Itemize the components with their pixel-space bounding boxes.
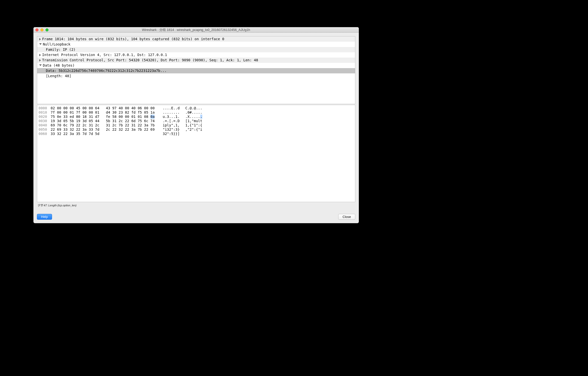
spacer-icon [39, 70, 45, 72]
hex-ascii-right: 1,{"1":{ [185, 123, 202, 127]
hex-bytes-left: 22 69 33 32 22 3a 33 7d [51, 127, 106, 132]
zoom-window-icon[interactable] [45, 28, 48, 31]
hex-bytes-left: 33 32 22 3a 35 7d 7d 5d [51, 132, 106, 136]
hex-line[interactable]: 000002 00 00 00 45 00 00 6443 97 40 00 4… [39, 106, 354, 110]
hex-line[interactable]: 002075 0e 33 ed 80 18 31 d7fe 58 00 00 0… [39, 115, 354, 119]
hex-line[interactable]: 00107f 00 00 01 7f 00 00 01d4 30 23 82 f… [39, 110, 354, 115]
hex-offset: 0000 [39, 106, 51, 110]
hex-bytes-left: 7f 00 00 01 7f 00 00 01 [51, 110, 106, 115]
hex-bytes-left: 19 3d 05 5b 19 3d 05 44 [51, 119, 106, 123]
hex-bytes-right: 31 2c 7b 22 31 22 3a 7b [106, 123, 163, 127]
hex-ascii-left: .=.[.=.D [163, 119, 185, 123]
hex-ascii-left: "i32":3} [163, 127, 185, 132]
hex-bytes-right: fe 58 00 00 01 01 08 0a [106, 115, 163, 119]
highlighted-ascii: . [200, 115, 202, 119]
hex-line[interactable]: 006033 32 22 3a 35 7d 7d 5d32":5}}] [39, 132, 354, 136]
traffic-lights [33, 28, 48, 31]
hex-bytes-left: 02 00 00 00 45 00 00 64 [51, 106, 106, 110]
tree-row[interactable]: Data (48 bytes) [37, 63, 355, 68]
tree-row-text: Null/Loopback [43, 42, 71, 47]
hex-offset: 0060 [39, 132, 51, 136]
hex-bytes-left: 75 0e 33 ed 80 18 31 d7 [51, 115, 106, 119]
chevron-right-icon[interactable] [39, 54, 41, 56]
tree-row-text: Frame 1814: 104 bytes on wire (832 bits)… [42, 36, 224, 42]
hex-offset: 0030 [39, 119, 51, 123]
hex-line[interactable]: 005022 69 33 32 22 3a 33 7d2c 22 32 22 3… [39, 127, 354, 132]
close-window-icon[interactable] [35, 28, 38, 31]
tree-row[interactable]: Transmission Control Protocol, Src Port:… [37, 58, 355, 63]
hex-offset: 0010 [39, 110, 51, 115]
hex-ascii-left: ........ [163, 110, 185, 115]
tree-row[interactable]: [Length: 48] [37, 73, 355, 79]
chevron-right-icon[interactable] [39, 59, 41, 62]
hex-bytes-right: d4 30 23 82 fd f5 05 1a [106, 110, 163, 115]
tree-row[interactable]: Frame 1814: 104 bytes on wire (832 bits)… [37, 36, 355, 42]
help-button[interactable]: Help [37, 214, 52, 220]
hex-ascii-right: .X...... [185, 115, 202, 119]
hex-offset: 0050 [39, 127, 51, 132]
minimize-window-icon[interactable] [40, 28, 43, 31]
chevron-down-icon[interactable] [39, 64, 42, 66]
tree-row[interactable]: Data: 5b312c226d756c7469706c79222c312c31… [37, 68, 355, 73]
tree-row-text: Internet Protocol Version 4, Src: 127.0.… [42, 52, 167, 58]
hex-bytes-right: 2c 22 32 22 3a 7b 22 69 [106, 127, 163, 132]
hex-offset: 0020 [39, 115, 51, 119]
tree-row-text: Data (48 bytes) [43, 63, 75, 68]
tree-row-text: [Length: 48] [46, 73, 71, 79]
chevron-right-icon[interactable] [39, 38, 41, 40]
hex-ascii-left: 32":5}}] [163, 132, 185, 136]
hex-bytes-left: 69 70 6c 79 22 2c 31 2c [51, 123, 106, 127]
status-line: 字节 47: Length (tcp.option_len) [37, 202, 355, 207]
tree-row[interactable]: Internet Protocol Version 4, Src: 127.0.… [37, 52, 355, 58]
hex-ascii-left: iply",1, [163, 123, 185, 127]
button-bar: Help Close [37, 207, 355, 220]
highlighted-byte: 0a [151, 115, 155, 119]
hex-ascii-right: [1,"mult [185, 119, 202, 123]
hex-ascii-right: C.@.@... [185, 106, 202, 110]
tree-row-text: Data: 5b312c226d756c7469706c79222c312c31… [46, 68, 167, 73]
window-body: Frame 1814: 104 bytes on wire (832 bits)… [33, 33, 359, 223]
hex-bytes-right: 43 97 40 00 40 06 00 00 [106, 106, 163, 110]
tree-row[interactable]: Null/Loopback [37, 42, 355, 47]
hex-ascii-left: ....E..d [163, 106, 185, 110]
chevron-down-icon[interactable] [39, 43, 42, 45]
hex-line[interactable]: 003019 3d 05 5b 19 3d 05 445b 31 2c 22 6… [39, 119, 354, 123]
hex-ascii-left: u.3...1. [163, 115, 185, 119]
tree-row[interactable]: Family: IP (2) [37, 47, 355, 52]
hex-bytes-right: 5b 31 2c 22 6d 75 6c 74 [106, 119, 163, 123]
tree-row-text: Transmission Control Protocol, Src Port:… [42, 58, 258, 63]
packet-details-pane[interactable]: Frame 1814: 104 bytes on wire (832 bits)… [37, 36, 355, 104]
packet-bytes-pane[interactable]: 000002 00 00 00 45 00 00 6443 97 40 00 4… [37, 105, 355, 202]
close-button[interactable]: Close [338, 214, 355, 220]
hex-ascii-right: ,"2":{"i [185, 127, 202, 132]
hex-ascii-right: .0#..... [185, 110, 202, 115]
tree-row-text: Family: IP (2) [46, 47, 76, 52]
spacer-icon [39, 75, 45, 77]
packet-window: Wireshark · 分组 1814 · wireshark_pcapng_l… [33, 27, 359, 223]
titlebar[interactable]: Wireshark · 分组 1814 · wireshark_pcapng_l… [33, 27, 359, 33]
hex-offset: 0040 [39, 123, 51, 127]
window-title: Wireshark · 分组 1814 · wireshark_pcapng_l… [33, 28, 359, 32]
spacer-icon [39, 49, 45, 51]
hex-bytes-right [106, 132, 163, 136]
hex-line[interactable]: 004069 70 6c 79 22 2c 31 2c31 2c 7b 22 3… [39, 123, 354, 127]
